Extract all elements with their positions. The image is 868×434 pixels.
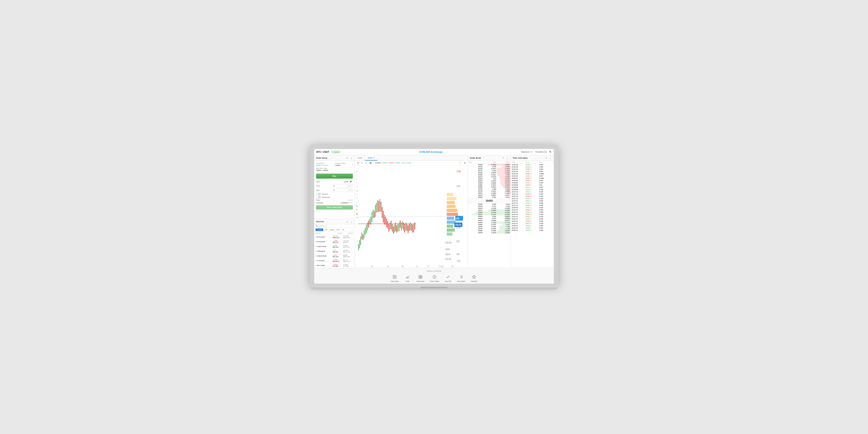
market-list-item[interactable]: BTC/AUD -0.27%A$44,040 15.1305A$447.8K: [314, 235, 355, 239]
module-icon-box-time-sales: [431, 274, 438, 280]
text-icon[interactable]: T: [355, 197, 359, 200]
horizontal-line-icon[interactable]: —: [355, 178, 359, 181]
magnet-icon[interactable]: ⊕: [355, 216, 359, 219]
settings-icon[interactable]: ⚙: [463, 161, 466, 164]
watchlist-menu-button[interactable]: ⌄: [350, 220, 353, 223]
tns-price: 29490 ▼: [526, 178, 539, 179]
module-time-sales[interactable]: Time & Sales: [430, 274, 439, 282]
fullscreen-icon[interactable]: [459, 161, 462, 164]
advanced-toggle[interactable]: [316, 196, 321, 198]
filter-tab-popular[interactable]: Popular: [315, 228, 323, 231]
ob-ask-row[interactable]: 30000 0.0554 1.6294: [468, 180, 510, 182]
ob-ask-row[interactable]: 29700 0.0191 0.6538: [468, 190, 510, 192]
market-list-item[interactable]: USDC/AUD -0.6%A$1.492 65398A$98.18K: [314, 254, 355, 258]
ob-ask-row[interactable]: 29670 0.4364 0.4347: [468, 192, 510, 194]
ob-bid-row[interactable]: 29280 0.0792 1.357: [468, 223, 510, 225]
ob-menu-button[interactable]: ⌄: [506, 156, 509, 160]
ob-bid-row[interactable]: 29040 0.2529 2.2364: [468, 232, 510, 234]
transfers-button[interactable]: Transfers: [535, 151, 547, 153]
channel-icon[interactable]: ≡: [355, 182, 359, 185]
panel-menu-button[interactable]: ⌄: [350, 156, 353, 160]
chart-tab-1[interactable]: Chart: [355, 155, 365, 160]
ob-ask-row[interactable]: 29990 0.0826 1.5740: [468, 182, 510, 184]
ob-ask-row[interactable]: 30170 0.018 2.1816: [468, 170, 510, 172]
module-icon-box-order-book: [417, 274, 424, 280]
lock-icon[interactable]: 🔒: [355, 212, 359, 215]
star-filter-icon[interactable]: ☆: [351, 229, 353, 231]
ob-bid-row[interactable]: 29060 0.2556 2.0025: [468, 230, 510, 232]
add-panel-button[interactable]: +: [346, 156, 349, 160]
module-your-fills[interactable]: Your Fills: [445, 274, 452, 282]
module-your-orders[interactable]: Your Orders: [457, 274, 465, 282]
ob-bid-row[interactable]: 29300 0.2701 2.7778: [468, 221, 510, 223]
zoom-icon[interactable]: 🔍: [355, 205, 359, 208]
search-button[interactable]: [549, 151, 552, 153]
balances-button[interactable]: Balances: [521, 151, 532, 153]
indicator-icon[interactable]: [364, 161, 368, 164]
ob-ask-row[interactable]: 30080 0.0311 2.062: [468, 174, 510, 176]
auction-toggle[interactable]: [316, 193, 321, 195]
filter-tab-fiat[interactable]: Fiat: [323, 228, 329, 231]
pitchfork-icon[interactable]: Y: [355, 185, 359, 188]
orderbook-scrollable[interactable]: 30260 1.1501 3.5853 30220 0.239 1.4282 3…: [468, 164, 510, 268]
tns-menu-button[interactable]: ⌄: [549, 156, 552, 160]
chevron-down-icon: [530, 151, 532, 153]
price-input[interactable]: 0 USDT: [333, 184, 353, 188]
ob-add-button[interactable]: +: [502, 156, 505, 160]
module-chart[interactable]: Chart: [404, 274, 411, 282]
size-input[interactable]: 0 BTC: [333, 188, 353, 192]
filter-tab-stable[interactable]: Stable: [329, 228, 336, 231]
ob-ask-row[interactable]: 30070 0.0755 1.7504: [468, 176, 510, 178]
ob-bid-row[interactable]: 29380 0.1402 5.5058: [468, 211, 510, 213]
ob-ask-row[interactable]: 29780 0.088 0.5418: [468, 188, 510, 190]
ob-bid-row[interactable]: 29270 0.1137 6.4495: [468, 213, 510, 215]
crosshair-icon[interactable]: ✛: [355, 170, 359, 173]
ob-ask-row[interactable]: 30220 0.239 1.4282: [468, 166, 510, 168]
fib-icon[interactable]: φ: [355, 189, 359, 192]
market-list-item[interactable]: XRP/AUD 1.5%A$1.057 151108A$161.3K: [314, 249, 355, 254]
ob-bid-row[interactable]: 29350 0.009 0.9539: [468, 215, 510, 217]
ob-bid-row[interactable]: 29130 0.0343 1.748: [468, 228, 510, 230]
ob-bid-row[interactable]: 29430 0.025 0.025: [468, 203, 510, 205]
ob-ask-row[interactable]: 29980 0.2913 1.4878: [468, 184, 510, 186]
measure-icon[interactable]: ↔: [355, 201, 359, 204]
market-list-item[interactable]: LTC/AUD -2.95%A$138.20 697.77A$95.62K: [314, 258, 355, 263]
filter-tab-all[interactable]: All: [341, 228, 345, 231]
buy-button[interactable]: Buy: [316, 174, 353, 179]
drawing-icon[interactable]: [369, 161, 372, 164]
ob-ask-row[interactable]: 30180 0.0347 2.1962: [468, 168, 510, 170]
ob-ask-row[interactable]: 30160 0.0816 2.1636: [468, 172, 510, 174]
module-order-entry[interactable]: Order Entry: [391, 274, 399, 282]
ob-ask-row[interactable]: 29960 0.6544 1.1943: [468, 186, 510, 188]
ob-ask-row[interactable]: 29610 0.6887 0.0907: [468, 194, 510, 196]
module-watchlist[interactable]: Watchlist: [471, 274, 477, 282]
series-type[interactable]: d: [361, 162, 363, 164]
market-list-item[interactable]: ETH/AUD -1.26%A$2,787 155,582A$437K: [314, 239, 355, 244]
eye-icon[interactable]: 👁: [355, 209, 359, 212]
type-select[interactable]: Limit: [342, 180, 353, 183]
rect-icon[interactable]: □: [355, 193, 359, 196]
info-icon[interactable]: ℹ: [352, 163, 353, 165]
tns-add-button[interactable]: +: [545, 156, 548, 160]
watchlist-add-button[interactable]: +: [346, 220, 349, 223]
market-list-item[interactable]: USDT/AUD -1.2%A$1.484 114837A$175.4K: [314, 244, 355, 249]
ob-bid-row[interactable]: 29440 0.157 0.182: [468, 205, 510, 207]
timeframe-selector[interactable]: 1d: [356, 162, 360, 164]
ob-bid-row[interactable]: 29370 0.3990 3.5058: [468, 209, 510, 211]
filter-tab-btc[interactable]: BTC: [336, 228, 341, 231]
ob-bid-row[interactable]: 29200 0.1002 1.748: [468, 225, 510, 228]
place-order-button[interactable]: Place Order (Buy): [316, 205, 353, 210]
ob-ask-row[interactable]: 30260 1.1501 3.5853: [468, 164, 510, 166]
ob-ask-row[interactable]: 29600 0.002 0.002: [468, 196, 510, 198]
ob-bid-row[interactable]: 29320 0.007 0.9539: [468, 217, 510, 219]
chart-tab-2[interactable]: Chart +: [365, 155, 377, 160]
ob-bid-row[interactable]: 29410 0.1238 0.3058: [468, 207, 510, 209]
trading-pair[interactable]: BTC / USDT: [316, 151, 329, 153]
market-list-item[interactable]: BTC/GBP -0.83%£22,880 1.9290£44.45K: [314, 263, 355, 268]
tab-add-icon[interactable]: +: [373, 157, 374, 159]
module-order-book[interactable]: Order Book: [416, 274, 425, 282]
tns-scrollable[interactable]: 16:31:26 29420 ▲ 0.004 16:31:25 29490 ▲ …: [511, 164, 554, 268]
ob-ask-row[interactable]: 30050 0.05 1.6748: [468, 178, 510, 180]
ob-bid-row[interactable]: 29310 0.0538 1.0077: [468, 219, 510, 221]
line-tool-icon[interactable]: /: [355, 174, 359, 177]
